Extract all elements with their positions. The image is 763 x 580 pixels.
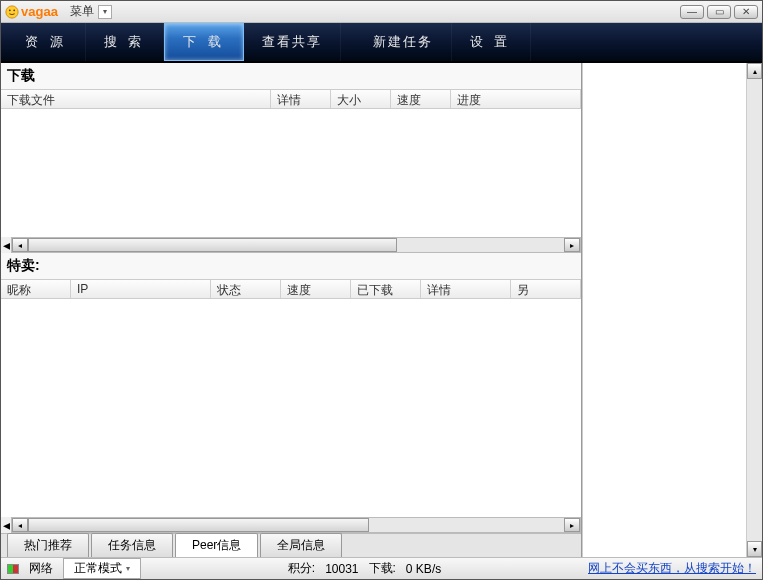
network-label: 网络 — [29, 560, 53, 577]
col-peer-detail[interactable]: 详情 — [421, 280, 511, 298]
scroll-right-icon[interactable]: ▸ — [564, 518, 580, 532]
download-label: 下载: — [369, 560, 396, 577]
scroll-left-icon[interactable]: ◂ — [12, 518, 28, 532]
svg-point-2 — [13, 9, 15, 11]
menu-dropdown-icon[interactable]: ▾ — [98, 5, 112, 19]
promo-link[interactable]: 网上不会买东西，从搜索开始！ — [588, 560, 756, 577]
nav-tab-search[interactable]: 搜 索 — [86, 23, 165, 61]
points-value: 10031 — [325, 562, 358, 576]
side-vscrollbar[interactable]: ▴ ▾ — [746, 63, 762, 557]
download-section-title: 下载 — [1, 63, 581, 89]
col-peer-speed[interactable]: 速度 — [281, 280, 351, 298]
scroll-thumb[interactable] — [28, 238, 397, 252]
col-size[interactable]: 大小 — [331, 90, 391, 108]
close-button[interactable]: ✕ — [734, 5, 758, 19]
btab-global[interactable]: 全局信息 — [260, 533, 342, 557]
col-detail[interactable]: 详情 — [271, 90, 331, 108]
peer-grid-header: 昵称 IP 状态 速度 已下载 详情 另 — [1, 279, 581, 299]
download-value: 0 KB/s — [406, 562, 441, 576]
col-speed[interactable]: 速度 — [391, 90, 451, 108]
app-logo: vagaa — [5, 4, 58, 19]
col-status[interactable]: 状态 — [211, 280, 281, 298]
menu-label[interactable]: 菜单 — [70, 3, 94, 20]
statusbar: 网络 正常模式 积分: 10031 下载: 0 KB/s 网上不会买东西，从搜索… — [1, 557, 762, 579]
download-grid-header: 下载文件 详情 大小 速度 进度 — [1, 89, 581, 109]
scroll-thumb[interactable] — [28, 518, 369, 532]
svg-point-0 — [6, 5, 18, 17]
splitter-grip-icon[interactable]: ◂ — [1, 520, 11, 530]
btab-hot[interactable]: 热门推荐 — [7, 533, 89, 557]
col-downloaded[interactable]: 已下载 — [351, 280, 421, 298]
sale-section-title: 特卖: — [1, 253, 581, 279]
col-extra[interactable]: 另 — [511, 280, 581, 298]
scroll-right-icon[interactable]: ▸ — [564, 238, 580, 252]
col-ip[interactable]: IP — [71, 280, 211, 298]
download-grid-body — [1, 109, 581, 237]
nav-action-newtask[interactable]: 新建任务 — [355, 23, 452, 61]
info-tabs: 热门推荐 任务信息 Peer信息 全局信息 — [1, 533, 581, 557]
side-panel: ▴ ▾ — [582, 63, 762, 557]
nav-tab-shared[interactable]: 查看共享 — [244, 23, 341, 61]
nav-tab-download[interactable]: 下 载 — [164, 23, 244, 61]
nav-action-settings[interactable]: 设 置 — [452, 23, 531, 61]
scroll-down-icon[interactable]: ▾ — [747, 541, 762, 557]
maximize-button[interactable]: ▭ — [707, 5, 731, 19]
btab-task[interactable]: 任务信息 — [91, 533, 173, 557]
scroll-up-icon[interactable]: ▴ — [747, 63, 762, 79]
upper-hscrollbar[interactable]: ◂ ▸ — [11, 237, 581, 253]
col-progress[interactable]: 进度 — [451, 90, 581, 108]
titlebar: vagaa 菜单 ▾ — ▭ ✕ — [1, 1, 762, 23]
network-status-icon — [7, 564, 19, 574]
points-label: 积分: — [288, 560, 315, 577]
btab-peer[interactable]: Peer信息 — [175, 533, 258, 557]
splitter-grip-icon[interactable]: ◂ — [1, 240, 11, 250]
svg-point-1 — [9, 9, 11, 11]
lower-hscrollbar[interactable]: ◂ ▸ — [11, 517, 581, 533]
main-navbar: 资 源 搜 索 下 载 查看共享 新建任务 设 置 — [1, 23, 762, 63]
peer-grid-body — [1, 299, 581, 517]
scroll-left-icon[interactable]: ◂ — [12, 238, 28, 252]
nav-tab-resources[interactable]: 资 源 — [7, 23, 86, 61]
mode-selector[interactable]: 正常模式 — [63, 558, 141, 579]
col-filename[interactable]: 下载文件 — [1, 90, 271, 108]
col-nick[interactable]: 昵称 — [1, 280, 71, 298]
minimize-button[interactable]: — — [680, 5, 704, 19]
